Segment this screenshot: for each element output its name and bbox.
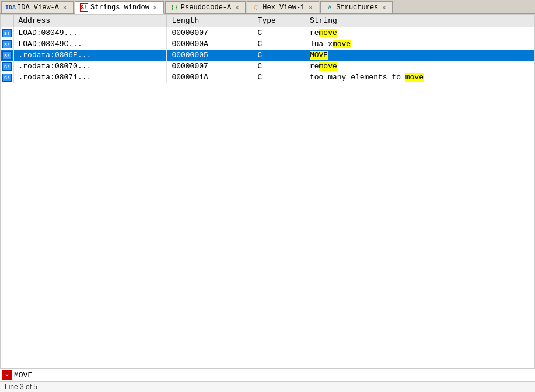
search-input[interactable]	[14, 371, 533, 380]
row-string: lua_xmove	[305, 38, 534, 50]
row-type: C	[253, 72, 305, 83]
col-icon-header	[1, 15, 13, 27]
string-icon: S!	[2, 62, 12, 71]
string-highlight: MOVE	[310, 51, 328, 60]
string-icon: S!	[2, 51, 12, 60]
row-type: C	[253, 38, 305, 50]
status-line: Line 3 of 5	[0, 382, 535, 392]
row-type: C	[253, 27, 305, 39]
tab-pseudocode-a-close[interactable]: ✕	[233, 4, 240, 11]
table-row[interactable]: S!LOAD:08049C...0000000AClua_xmove	[1, 38, 534, 50]
row-icon-cell: S!	[1, 61, 13, 72]
row-string: MOVE	[305, 50, 534, 61]
search-bar: ✕	[0, 369, 535, 382]
row-length: 0000000A	[167, 38, 253, 50]
strings-table[interactable]: Address Length Type String S!LOAD:08049.…	[0, 14, 535, 369]
table-row[interactable]: S!.rodata:0806E...00000005CMOVE	[1, 50, 534, 61]
strings-data-table: Address Length Type String S!LOAD:08049.…	[1, 15, 534, 83]
tab-hex-view-1-close[interactable]: ✕	[307, 4, 314, 11]
string-highlight: move	[405, 73, 424, 82]
hex-view-1-icon: ⬡	[252, 4, 260, 12]
strings-window-icon: S!	[80, 4, 88, 12]
tab-pseudocode-a[interactable]: {} Pseudocode-A ✕	[165, 1, 246, 13]
table-row[interactable]: S!.rodata:08071...0000001ACtoo many elem…	[1, 72, 534, 83]
row-icon-cell: S!	[1, 27, 13, 39]
tab-ida-view-a-label: IDA View-A	[17, 4, 59, 12]
col-address-header[interactable]: Address	[13, 15, 167, 27]
row-address: .rodata:08071...	[13, 72, 167, 83]
table-row[interactable]: S!.rodata:08070...00000007Cremove	[1, 61, 534, 72]
row-icon-cell: S!	[1, 38, 13, 50]
row-type: C	[253, 61, 305, 72]
row-length: 0000001A	[167, 72, 253, 83]
row-address: LOAD:08049C...	[13, 38, 167, 50]
string-highlight: move	[333, 40, 351, 48]
tab-strings-window-close[interactable]: ✕	[152, 4, 159, 11]
string-highlight: move	[319, 29, 337, 37]
tab-structures-close[interactable]: ✕	[380, 4, 387, 11]
tab-structures-label: Structures	[336, 4, 378, 12]
row-string: remove	[305, 27, 534, 39]
col-type-header[interactable]: Type	[253, 15, 305, 27]
tab-ida-view-a[interactable]: IDA IDA View-A ✕	[1, 1, 74, 13]
tab-strings-window[interactable]: S! Strings window ✕	[75, 1, 164, 14]
string-icon: S!	[2, 29, 12, 37]
search-icon[interactable]: ✕	[2, 370, 12, 380]
main-content: Address Length Type String S!LOAD:08049.…	[0, 14, 535, 369]
tab-strings-window-label: Strings window	[90, 4, 149, 12]
row-address: LOAD:08049...	[13, 27, 167, 39]
row-type: C	[253, 50, 305, 61]
string-icon: S!	[2, 40, 12, 48]
col-length-header[interactable]: Length	[167, 15, 253, 27]
string-icon: S!	[2, 74, 12, 82]
tab-ida-view-a-close[interactable]: ✕	[61, 4, 68, 11]
bottom-bar: ✕ Line 3 of 5	[0, 369, 535, 392]
tab-structures[interactable]: A Structures ✕	[320, 1, 393, 13]
row-icon-cell: S!	[1, 72, 13, 83]
table-row[interactable]: S!LOAD:08049... 00000007Cremove	[1, 27, 534, 39]
row-address: .rodata:08070...	[13, 61, 167, 72]
structures-icon: A	[326, 4, 334, 12]
col-string-header[interactable]: String	[305, 15, 534, 27]
string-highlight: move	[319, 62, 337, 71]
row-length: 00000007	[167, 27, 253, 39]
row-string: remove	[305, 61, 534, 72]
tab-hex-view-1[interactable]: ⬡ Hex View-1 ✕	[247, 1, 319, 13]
tab-hex-view-1-label: Hex View-1	[263, 4, 305, 12]
table-header-row: Address Length Type String	[1, 15, 534, 27]
row-string: too many elements to move	[305, 72, 534, 83]
tab-pseudocode-a-label: Pseudocode-A	[181, 4, 231, 12]
row-icon-cell: S!	[1, 50, 13, 61]
row-address: .rodata:0806E...	[13, 50, 167, 61]
ida-view-a-icon: IDA	[6, 4, 15, 12]
pseudocode-a-icon: {}	[170, 4, 179, 12]
row-length: 00000007	[167, 61, 253, 72]
row-length: 00000005	[167, 50, 253, 61]
tab-bar: IDA IDA View-A ✕ S! Strings window ✕ {} …	[0, 0, 535, 14]
